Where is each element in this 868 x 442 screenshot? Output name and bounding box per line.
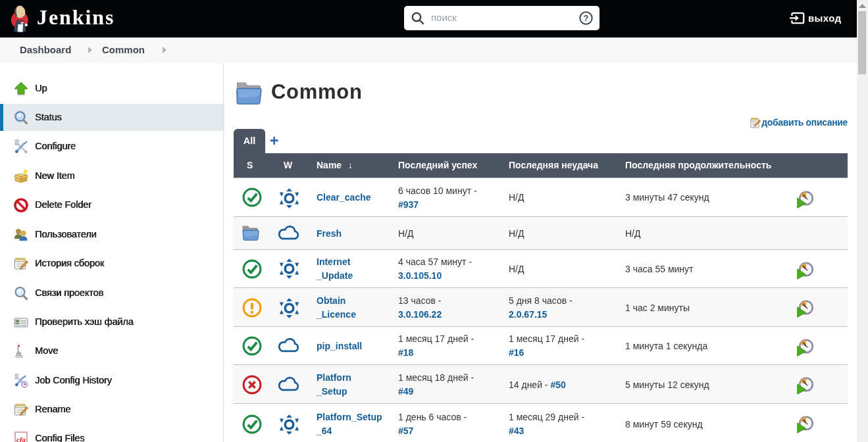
svg-text:?: ? <box>584 13 589 23</box>
svg-text:cfg: cfg <box>16 435 26 442</box>
